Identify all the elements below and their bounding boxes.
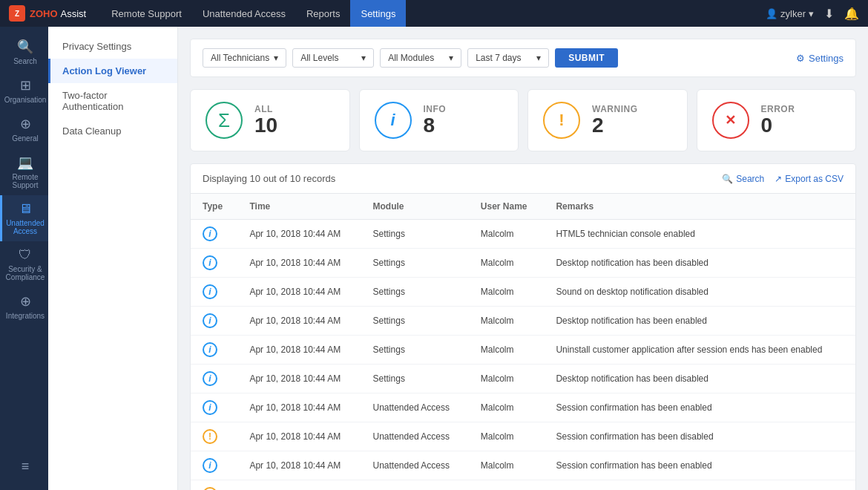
cell-time: Apr 10, 2018 10:44 AM xyxy=(237,278,361,307)
table-summary: Displaying 10 out of 10 records xyxy=(203,173,335,184)
module-value: All Modules xyxy=(388,53,434,63)
sidebar-label-unattended-access: Unattended Access xyxy=(5,219,45,235)
cell-module: Settings xyxy=(361,220,469,249)
cell-time: Apr 10, 2018 10:44 AM xyxy=(237,365,361,393)
cell-user: Malcolm xyxy=(469,422,545,451)
notification-icon[interactable]: 🔔 xyxy=(844,7,859,21)
search-button[interactable]: 🔍 Search xyxy=(722,174,764,184)
stat-icon-error: ✕ xyxy=(712,102,749,139)
module-dropdown-icon: ▾ xyxy=(449,53,453,63)
table-row: iApr 10, 2018 10:44 AMSettingsMalcolmDes… xyxy=(191,249,855,278)
table-column-headers: Type Time Module User Name Remarks xyxy=(191,194,855,220)
cell-module: Unattended Access xyxy=(361,422,469,451)
sub-sidebar-data-cleanup[interactable]: Data Cleanup xyxy=(48,119,177,143)
stat-value-all: 10 xyxy=(254,114,277,137)
stat-info-info: INFO 8 xyxy=(424,104,447,137)
download-icon[interactable]: ⬇ xyxy=(824,7,834,21)
user-menu[interactable]: 👤 zylker ▾ xyxy=(766,8,814,19)
cell-remarks: Desktop notification has been disabled xyxy=(544,365,855,393)
technician-filter[interactable]: All Technicians ▾ xyxy=(203,48,286,68)
cell-remarks: Uninstall customer application after ses… xyxy=(544,336,855,365)
logo-icon: Z xyxy=(9,5,25,22)
stat-icon-warning: ! xyxy=(543,102,580,139)
col-time[interactable]: Time xyxy=(237,194,361,220)
nav-unattended-access[interactable]: Unattended Access xyxy=(192,0,296,27)
cell-user: Malcolm xyxy=(469,249,545,278)
sidebar-label-integrations: Integrations xyxy=(6,312,45,320)
table-row: iApr 10, 2018 10:44 AMSettingsMalcolmDes… xyxy=(191,307,855,336)
search-action-icon: 🔍 xyxy=(722,174,733,184)
cell-remarks: Desktop notification has been enabled xyxy=(544,307,855,336)
menu-icon: ≡ xyxy=(22,459,30,474)
module-filter[interactable]: All Modules ▾ xyxy=(380,48,461,68)
cell-type: i xyxy=(191,365,237,393)
cell-user: Malcolm xyxy=(469,365,545,393)
general-icon: ⊕ xyxy=(20,116,31,132)
submit-button[interactable]: SUBMIT xyxy=(555,48,618,68)
sidebar-item-remote-support[interactable]: 💻 Remote Support xyxy=(0,148,48,195)
export-csv-button[interactable]: ↗ Export as CSV xyxy=(775,174,844,184)
sub-sidebar-privacy[interactable]: Privacy Settings xyxy=(48,34,177,59)
search-icon: 🔍 xyxy=(17,39,33,55)
organisation-icon: ⊞ xyxy=(20,77,31,94)
level-dropdown-icon: ▾ xyxy=(361,53,366,63)
sidebar-label-general: General xyxy=(12,134,39,143)
cell-remarks: Desktop notification has been disabled xyxy=(544,249,855,278)
col-remarks: Remarks xyxy=(544,194,855,220)
table-row: iApr 10, 2018 10:44 AMSettingsMalcolmUni… xyxy=(191,336,855,365)
table-row: iApr 10, 2018 10:44 AMSettingsMalcolmDes… xyxy=(191,365,855,393)
sidebar-item-search[interactable]: 🔍 Search xyxy=(0,33,48,71)
stat-card-info: i INFO 8 xyxy=(359,89,519,151)
type-icon-warning: ! xyxy=(203,429,217,444)
cell-module: Unattended Access xyxy=(361,451,469,480)
type-icon-warning: ! xyxy=(203,487,217,490)
cell-time: Apr 10, 2018 10:44 AM xyxy=(237,220,361,249)
sub-sidebar-two-factor[interactable]: Two-factor Authentication xyxy=(48,83,177,119)
period-dropdown-icon: ▾ xyxy=(536,53,541,63)
sidebar-item-organisation[interactable]: ⊞ Organisation xyxy=(0,71,48,110)
nav-items: Remote Support Unattended Access Reports… xyxy=(101,0,766,27)
sidebar-item-general[interactable]: ⊕ General xyxy=(0,110,48,148)
unattended-access-icon: 🖥 xyxy=(19,201,32,217)
stat-value-info: 8 xyxy=(424,114,447,137)
cell-module: Unattended Access xyxy=(361,480,469,491)
stats-row: Σ ALL 10 i INFO 8 ! WARNING 2 xyxy=(190,89,856,151)
nav-reports[interactable]: Reports xyxy=(296,0,351,27)
main-content: All Technicians ▾ All Levels ▾ All Modul… xyxy=(178,27,868,490)
stat-card-all: Σ ALL 10 xyxy=(190,89,350,151)
nav-remote-support[interactable]: Remote Support xyxy=(101,0,192,27)
cell-user: Malcolm xyxy=(469,278,545,307)
cell-module: Unattended Access xyxy=(361,393,469,422)
type-icon-info: i xyxy=(203,371,217,386)
cell-remarks: Sound on desktop notification disabled xyxy=(544,278,855,307)
settings-link[interactable]: ⚙ Settings xyxy=(796,53,844,64)
period-filter[interactable]: Last 7 days ▾ xyxy=(467,48,549,68)
period-value: Last 7 days xyxy=(476,53,521,63)
col-type: Type xyxy=(191,194,237,220)
app-logo[interactable]: Z ZOHO Assist xyxy=(9,5,86,22)
security-icon: 🛡 xyxy=(19,247,32,263)
stat-info-error: ERROR 0 xyxy=(761,104,795,137)
cell-type: i xyxy=(191,336,237,365)
search-label: Search xyxy=(736,174,764,184)
level-value: All Levels xyxy=(300,53,338,63)
sidebar-item-security-compliance[interactable]: 🛡 Security & Compliance xyxy=(0,241,48,287)
cell-type: i xyxy=(191,393,237,422)
cell-type: i xyxy=(191,307,237,336)
type-icon-info: i xyxy=(203,255,217,270)
sidebar-item-unattended-access[interactable]: 🖥 Unattended Access xyxy=(0,195,48,241)
type-icon-info: i xyxy=(203,313,217,328)
sub-sidebar-action-log[interactable]: Action Log Viewer xyxy=(48,59,177,83)
cell-remarks: Session confirmation has been disabled xyxy=(544,480,855,491)
cell-type: i xyxy=(191,451,237,480)
cell-module: Settings xyxy=(361,249,469,278)
sidebar-item-integrations[interactable]: ⊕ Integrations xyxy=(0,287,48,326)
stat-label-all: ALL xyxy=(254,104,277,114)
level-filter[interactable]: All Levels ▾ xyxy=(292,48,374,68)
col-username: User Name xyxy=(469,194,545,220)
log-table: Type Time Module User Name Remarks iApr … xyxy=(191,194,855,490)
nav-settings[interactable]: Settings xyxy=(350,0,406,27)
sidebar-bottom-menu[interactable]: ≡ xyxy=(0,453,48,483)
stat-value-warning: 2 xyxy=(592,114,638,137)
cell-user: Malcolm xyxy=(469,480,545,491)
